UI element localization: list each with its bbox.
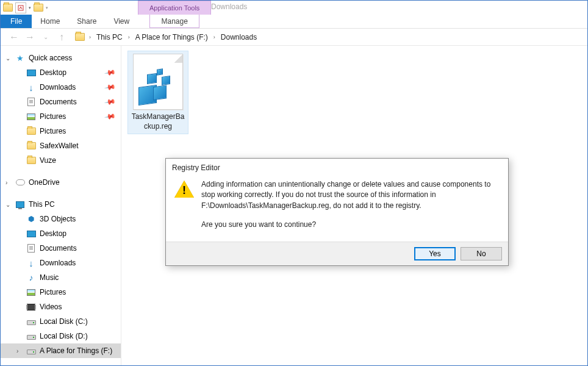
addr-seg-folder[interactable]: Downloads [218, 32, 259, 43]
pic-icon [26, 287, 36, 297]
folder-icon [26, 156, 36, 165]
pic-icon [26, 112, 36, 121]
folder-icon [26, 141, 36, 151]
drive-icon [26, 346, 36, 356]
expand-icon[interactable]: ⌄ [5, 201, 10, 208]
doc-icon [26, 97, 36, 107]
addr-seg-thispc[interactable]: This PC [94, 32, 125, 43]
sidebar-item-label: Videos [40, 303, 62, 311]
addr-caret-icon[interactable]: › [126, 34, 132, 40]
warning-icon: ! [174, 181, 194, 198]
sidebar-item-a-place-for-things-f-[interactable]: ›A Place for Things (F:) [1, 343, 121, 358]
addr-caret-icon[interactable]: › [87, 34, 93, 40]
sidebar-item-label: Documents [40, 244, 77, 253]
pin-icon: 📌 [104, 96, 116, 108]
expand-icon[interactable]: ⌄ [5, 55, 10, 62]
star-icon: ★ [15, 53, 25, 63]
sidebar-item-documents[interactable]: Documents [1, 241, 121, 256]
sidebar-item-label: Pictures [40, 127, 66, 135]
no-button[interactable]: No [461, 247, 502, 260]
music-icon: ♪ [26, 273, 36, 282]
sidebar-item-3d-objects[interactable]: ⬢3D Objects [1, 212, 121, 226]
expand-icon[interactable]: › [5, 179, 7, 186]
sidebar-label: OneDrive [29, 178, 60, 187]
addr-seg-drive[interactable]: A Place for Things (F:) [133, 32, 210, 43]
sidebar-item-safexwallet[interactable]: SafexWallet [1, 138, 121, 153]
sidebar-item-vuze[interactable]: Vuze [1, 153, 121, 168]
sidebar-item-label: Downloads [40, 83, 76, 92]
3d-icon: ⬢ [26, 214, 36, 224]
sidebar-item-desktop[interactable]: Desktop [1, 226, 121, 241]
desktop-icon [26, 229, 36, 239]
file-item[interactable]: TaskManagerBackup.reg [127, 51, 188, 134]
drive-icon [26, 317, 36, 326]
sidebar-item-documents[interactable]: Documents📌 [1, 95, 121, 109]
addr-caret-icon[interactable]: › [212, 34, 217, 40]
sidebar-this-pc[interactable]: ⌄ This PC [1, 197, 121, 212]
sidebar-item-pictures[interactable]: Pictures📌 [1, 109, 121, 124]
context-heading: Application Tools [138, 1, 211, 15]
sidebar-item-label: SafexWallet [40, 142, 79, 150]
sidebar-label: This PC [29, 200, 55, 209]
sidebar-item-label: Documents [40, 98, 77, 106]
tab-share[interactable]: Share [68, 15, 105, 28]
sidebar-item-label: Desktop [40, 229, 66, 238]
qat-properties-icon[interactable] [15, 2, 26, 13]
qat-newfolder-icon[interactable] [34, 3, 43, 13]
drive-icon [26, 331, 36, 341]
addr-folder-icon [75, 32, 85, 42]
sidebar-item-downloads[interactable]: ↓Downloads [1, 256, 121, 270]
dialog-message: Adding information can unintentionally c… [201, 179, 500, 231]
pin-icon: 📌 [104, 110, 116, 123]
contextual-tab-group: Application Tools Manage [138, 1, 211, 28]
nav-pane[interactable]: ⌄ ★ Quick access Desktop📌↓Downloads📌Docu… [1, 46, 121, 365]
sidebar-item-label: Vuze [40, 156, 56, 165]
expand-icon[interactable]: › [16, 348, 18, 354]
file-name: TaskManagerBackup.reg [131, 112, 185, 131]
nav-recent-icon[interactable]: ⌄ [40, 31, 52, 43]
sidebar-item-label: 3D Objects [40, 215, 76, 223]
thispc-icon [15, 199, 25, 209]
sidebar-item-music[interactable]: ♪Music [1, 270, 121, 285]
nav-forward-icon: → [24, 31, 36, 43]
tab-home[interactable]: Home [32, 15, 68, 28]
sidebar-item-label: Pictures [40, 112, 66, 121]
address-bar[interactable]: › This PC › A Place for Things (F:) › Do… [71, 30, 259, 44]
nav-up-icon[interactable]: ↑ [56, 31, 68, 43]
qat-dropdown-icon[interactable]: ▾ [29, 5, 31, 10]
pin-icon: 📌 [104, 66, 116, 79]
qat-folder-icon [3, 3, 13, 13]
folder-icon [26, 126, 36, 136]
sidebar-item-local-disk-c-[interactable]: Local Disk (C:) [1, 314, 121, 329]
sidebar-item-local-disk-d-[interactable]: Local Disk (D:) [1, 329, 121, 343]
doc-icon [26, 243, 36, 253]
sidebar-item-label: A Place for Things (F:) [40, 346, 112, 355]
sidebar-item-label: Pictures [40, 288, 66, 296]
qat-overflow-icon[interactable]: ▾ [46, 5, 48, 10]
reg-file-icon [133, 54, 183, 110]
download-icon: ↓ [26, 258, 36, 268]
sidebar-item-desktop[interactable]: Desktop📌 [1, 65, 121, 80]
tab-view[interactable]: View [105, 15, 138, 28]
file-tab[interactable]: File [1, 15, 32, 28]
sidebar-item-pictures[interactable]: Pictures [1, 285, 121, 300]
ribbon-tabs: File Home Share View Application Tools M… [1, 15, 587, 29]
sidebar-item-label: Music [40, 273, 59, 282]
sidebar-label: Quick access [29, 54, 72, 62]
sidebar-onedrive[interactable]: › OneDrive [1, 175, 121, 190]
video-icon [26, 302, 36, 312]
dialog-title: Registry Editor [166, 159, 508, 176]
title-bar: ▾ ▾ [1, 1, 587, 15]
sidebar-item-label: Local Disk (C:) [40, 317, 88, 326]
sidebar-item-label: Desktop [40, 68, 66, 77]
sidebar-quick-access[interactable]: ⌄ ★ Quick access [1, 51, 121, 65]
pin-icon: 📌 [104, 81, 116, 93]
sidebar-item-videos[interactable]: Videos [1, 300, 121, 314]
desktop-icon [26, 68, 36, 77]
sidebar-item-downloads[interactable]: ↓Downloads📌 [1, 80, 121, 95]
yes-button[interactable]: Yes [414, 247, 456, 260]
cloud-icon [15, 178, 25, 187]
sidebar-item-pictures[interactable]: Pictures [1, 124, 121, 138]
nav-back-icon[interactable]: ← [8, 31, 20, 43]
tab-manage[interactable]: Manage [149, 15, 199, 28]
